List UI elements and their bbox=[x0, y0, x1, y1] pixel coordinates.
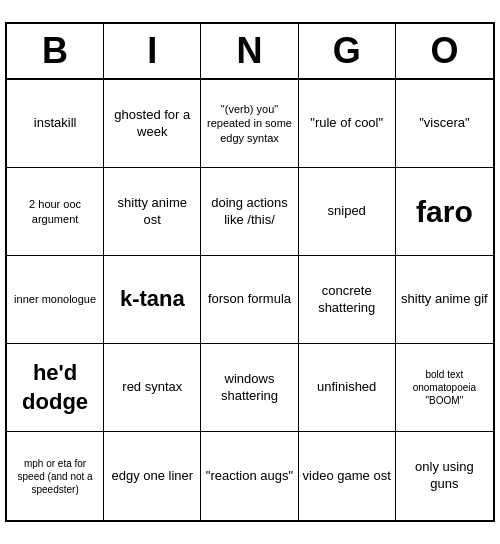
bingo-cell: faro bbox=[396, 168, 493, 256]
bingo-cell: bold text onomatopoeia "BOOM" bbox=[396, 344, 493, 432]
bingo-cell: concrete shattering bbox=[299, 256, 396, 344]
bingo-cell: he'd dodge bbox=[7, 344, 104, 432]
bingo-cell: red syntax bbox=[104, 344, 201, 432]
bingo-cell: "(verb) you" repeated in some edgy synta… bbox=[201, 80, 298, 168]
bingo-cell: "viscera" bbox=[396, 80, 493, 168]
header-letter: I bbox=[104, 24, 201, 78]
bingo-card: BINGO instakillghosted for a week"(verb)… bbox=[5, 22, 495, 522]
header-letter: O bbox=[396, 24, 493, 78]
header-letter: N bbox=[201, 24, 298, 78]
bingo-cell: edgy one liner bbox=[104, 432, 201, 520]
bingo-cell: instakill bbox=[7, 80, 104, 168]
bingo-cell: sniped bbox=[299, 168, 396, 256]
bingo-grid: instakillghosted for a week"(verb) you" … bbox=[7, 80, 493, 520]
bingo-cell: windows shattering bbox=[201, 344, 298, 432]
bingo-cell: only using guns bbox=[396, 432, 493, 520]
bingo-cell: ghosted for a week bbox=[104, 80, 201, 168]
bingo-cell: unfinished bbox=[299, 344, 396, 432]
bingo-cell: 2 hour ooc argument bbox=[7, 168, 104, 256]
bingo-cell: forson formula bbox=[201, 256, 298, 344]
bingo-cell: doing actions like /this/ bbox=[201, 168, 298, 256]
bingo-cell: "reaction augs" bbox=[201, 432, 298, 520]
header-letter: B bbox=[7, 24, 104, 78]
bingo-cell: "rule of cool" bbox=[299, 80, 396, 168]
bingo-cell: k-tana bbox=[104, 256, 201, 344]
bingo-cell: video game ost bbox=[299, 432, 396, 520]
bingo-cell: inner monologue bbox=[7, 256, 104, 344]
bingo-cell: shitty anime gif bbox=[396, 256, 493, 344]
bingo-header: BINGO bbox=[7, 24, 493, 80]
header-letter: G bbox=[299, 24, 396, 78]
bingo-cell: shitty anime ost bbox=[104, 168, 201, 256]
bingo-cell: mph or eta for speed (and not a speedste… bbox=[7, 432, 104, 520]
